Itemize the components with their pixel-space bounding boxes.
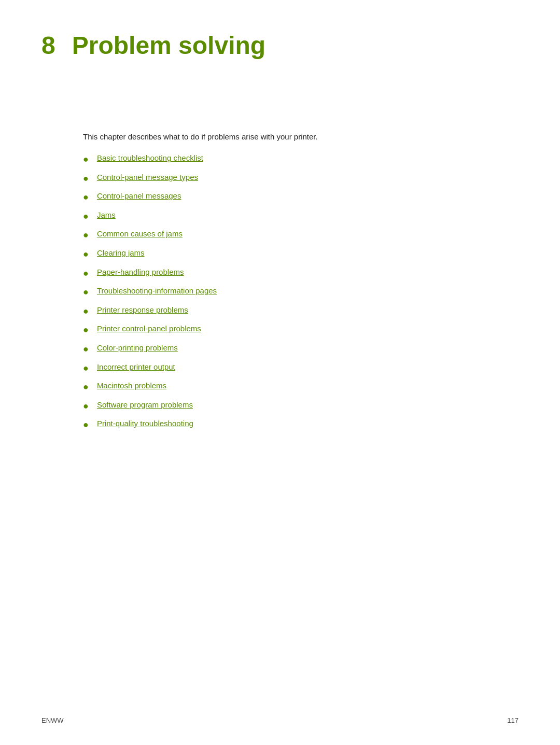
toc-link-0[interactable]: Basic troubleshooting checklist <box>97 153 203 162</box>
toc-list-item: ●Control-panel message types <box>83 173 519 185</box>
toc-link-12[interactable]: Macintosh problems <box>97 381 166 390</box>
toc-list-item: ●Printer control-panel problems <box>83 324 519 336</box>
footer-left: ENWW <box>41 716 64 724</box>
toc-link-10[interactable]: Color-printing problems <box>97 343 178 352</box>
bullet-icon: ● <box>83 287 89 298</box>
toc-link-1[interactable]: Control-panel message types <box>97 173 198 181</box>
toc-list: ●Basic troubleshooting checklist●Control… <box>83 153 519 431</box>
toc-link-2[interactable]: Control-panel messages <box>97 191 181 200</box>
toc-link-5[interactable]: Clearing jams <box>97 248 145 257</box>
bullet-icon: ● <box>83 249 89 260</box>
footer: ENWW 117 <box>41 716 519 724</box>
toc-link-9[interactable]: Printer control-panel problems <box>97 324 201 333</box>
toc-list-item: ●Software program problems <box>83 400 519 412</box>
bullet-icon: ● <box>83 363 89 374</box>
chapter-header: 8 Problem solving <box>41 31 519 60</box>
toc-list-item: ●Common causes of jams <box>83 229 519 241</box>
chapter-number: 8 <box>41 31 55 60</box>
bullet-icon: ● <box>83 419 89 431</box>
toc-link-4[interactable]: Common causes of jams <box>97 229 183 238</box>
toc-list-item: ●Paper-handling problems <box>83 268 519 279</box>
toc-list-item: ●Clearing jams <box>83 248 519 260</box>
toc-link-7[interactable]: Troubleshooting-information pages <box>97 286 217 295</box>
bullet-icon: ● <box>83 154 89 165</box>
toc-list-item: ●Macintosh problems <box>83 381 519 393</box>
chapter-title: Problem solving <box>72 31 265 60</box>
toc-list-item: ●Control-panel messages <box>83 191 519 203</box>
toc-list-item: ●Incorrect printer output <box>83 362 519 374</box>
footer-right: 117 <box>507 716 519 724</box>
toc-list-item: ●Printer response problems <box>83 305 519 317</box>
toc-link-14[interactable]: Print-quality troubleshooting <box>97 419 193 428</box>
toc-link-8[interactable]: Printer response problems <box>97 305 188 314</box>
toc-link-3[interactable]: Jams <box>97 210 116 219</box>
bullet-icon: ● <box>83 192 89 203</box>
toc-link-6[interactable]: Paper-handling problems <box>97 268 184 276</box>
bullet-icon: ● <box>83 230 89 241</box>
toc-list-item: ●Print-quality troubleshooting <box>83 419 519 431</box>
toc-link-13[interactable]: Software program problems <box>97 400 193 409</box>
bullet-icon: ● <box>83 306 89 317</box>
toc-list-item: ●Troubleshooting-information pages <box>83 286 519 298</box>
toc-link-11[interactable]: Incorrect printer output <box>97 362 175 371</box>
page-container: 8 Problem solving This chapter describes… <box>0 0 560 480</box>
bullet-icon: ● <box>83 268 89 279</box>
bullet-icon: ● <box>83 325 89 336</box>
toc-list-item: ●Jams <box>83 210 519 222</box>
toc-list-item: ●Color-printing problems <box>83 343 519 355</box>
intro-text: This chapter describes what to do if pro… <box>83 132 519 141</box>
bullet-icon: ● <box>83 382 89 393</box>
bullet-icon: ● <box>83 401 89 412</box>
bullet-icon: ● <box>83 344 89 355</box>
toc-list-item: ●Basic troubleshooting checklist <box>83 153 519 165</box>
bullet-icon: ● <box>83 173 89 185</box>
bullet-icon: ● <box>83 211 89 222</box>
